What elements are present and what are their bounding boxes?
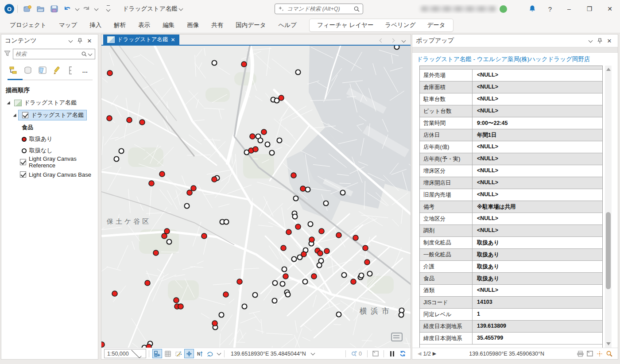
map-point-white[interactable] — [114, 157, 119, 162]
map-point-red[interactable] — [363, 245, 368, 251]
save-project-button[interactable] — [47, 3, 61, 15]
map-point-white[interactable] — [242, 304, 247, 309]
tab-map[interactable]: マップ — [53, 19, 83, 32]
pin-icon[interactable] — [75, 36, 85, 45]
map-point-red[interactable] — [162, 233, 167, 239]
map-point-red[interactable] — [146, 344, 151, 348]
north-arrow-button[interactable]: N — [195, 349, 205, 358]
tab-feature-layer[interactable]: フィーチャ レイヤー — [311, 19, 379, 31]
map-point-white[interactable] — [337, 312, 341, 317]
map-point-white[interactable] — [212, 61, 217, 66]
map-point-red[interactable] — [107, 70, 112, 76]
redo-dropdown-caret[interactable] — [94, 6, 99, 11]
edit-sketch-button[interactable] — [174, 349, 183, 358]
map-point-white[interactable] — [167, 240, 172, 244]
dynamic-constraints-button[interactable] — [184, 349, 194, 358]
map-point-white[interactable] — [303, 279, 308, 284]
map-canvas[interactable]: 保土ケ谷区 横浜市 — [101, 46, 411, 348]
layer-visibility-checkbox[interactable] — [22, 112, 28, 118]
restore-button[interactable]: ❐ — [579, 0, 600, 18]
tab-share[interactable]: 共有 — [205, 19, 229, 32]
tab-labeling[interactable]: ラベリング — [379, 19, 421, 31]
scrollbar-thumb[interactable] — [606, 212, 611, 290]
grid-toggle-button[interactable] — [163, 349, 173, 358]
map-point-white[interactable] — [273, 281, 278, 286]
vertical-scrollbar[interactable] — [605, 66, 612, 348]
map-point-white[interactable] — [286, 292, 291, 297]
map-point-red[interactable] — [324, 248, 329, 254]
map-point-red[interactable] — [202, 233, 207, 239]
map-point-white[interactable] — [119, 149, 124, 154]
undo-button[interactable] — [61, 3, 74, 15]
map-point-white[interactable] — [296, 70, 301, 75]
close-pane-icon[interactable]: ✕ — [604, 36, 614, 45]
map-point-red[interactable] — [353, 235, 358, 240]
list-by-drawing-order-button[interactable] — [8, 65, 20, 76]
tree-basemap-base[interactable]: Light Gray Canvas Base — [1, 169, 98, 180]
map-point-red[interactable] — [250, 134, 255, 139]
tab-data[interactable]: データ — [422, 19, 451, 31]
snapping-toggle-button[interactable] — [152, 349, 162, 358]
minimize-button[interactable]: – — [559, 0, 579, 18]
map-point-white[interactable] — [224, 220, 229, 225]
map-point-white[interactable] — [270, 151, 275, 155]
quick-access-customize-button[interactable] — [101, 3, 115, 15]
list-by-selection-button[interactable] — [36, 65, 49, 76]
tab-project[interactable]: プロジェクト — [4, 19, 53, 32]
scroll-up-icon[interactable] — [606, 68, 611, 71]
zoom-to-feature-button[interactable] — [604, 349, 614, 358]
map-point-red[interactable] — [283, 274, 288, 279]
pane-options-caret[interactable] — [585, 36, 595, 45]
command-search-input[interactable]: コマンド検索 (Alt+Q) — [275, 4, 363, 14]
account-info-redacted[interactable] — [416, 4, 508, 14]
map-point-white[interactable] — [306, 187, 310, 192]
layer-visibility-checkbox[interactable] — [20, 159, 26, 165]
map-point-white[interactable] — [272, 298, 277, 303]
map-point-white[interactable] — [395, 46, 399, 50]
refresh-button[interactable] — [398, 349, 407, 358]
map-point-red[interactable] — [187, 190, 192, 195]
previous-view-icon[interactable] — [380, 39, 384, 43]
map-point-red[interactable] — [286, 229, 291, 235]
map-point-white[interactable] — [219, 313, 224, 318]
map-point-red[interactable] — [241, 62, 247, 67]
map-point-white[interactable] — [308, 222, 313, 227]
map-point-red[interactable] — [237, 279, 242, 284]
next-view-icon[interactable] — [391, 39, 395, 43]
map-point-white[interactable] — [341, 190, 345, 195]
map-point-red[interactable] — [295, 224, 301, 229]
map-point-white[interactable] — [368, 271, 372, 276]
tree-map-node[interactable]: ドラッグストア名鑑 — [1, 97, 98, 108]
map-point-white[interactable] — [265, 142, 270, 147]
layer-visibility-checkbox[interactable] — [20, 171, 26, 178]
map-point-white[interactable] — [253, 293, 258, 298]
map-point-red[interactable] — [140, 120, 145, 125]
close-tab-icon[interactable]: ✕ — [171, 37, 175, 43]
map-point-white[interactable] — [280, 282, 285, 287]
map-point-white[interactable] — [342, 273, 347, 278]
map-point-red[interactable] — [318, 251, 323, 256]
tab-view[interactable]: 表示 — [132, 19, 156, 32]
undo-dropdown-caret[interactable] — [75, 6, 80, 11]
extent-indicator-button[interactable] — [371, 349, 380, 358]
map-point-red[interactable] — [159, 171, 165, 177]
map-point-red[interactable] — [212, 177, 217, 182]
basemap-attribution-icon[interactable] — [391, 333, 403, 341]
tree-basemap-reference[interactable]: Light Gray Canvas Reference — [1, 156, 98, 168]
open-project-button[interactable] — [34, 3, 47, 15]
map-point-red[interactable] — [281, 245, 286, 251]
map-point-red[interactable] — [309, 237, 314, 242]
pause-drawing-button[interactable] — [387, 349, 397, 358]
redo-button[interactable] — [80, 3, 93, 15]
tab-help[interactable]: ヘルプ — [272, 19, 303, 32]
scroll-down-icon[interactable] — [606, 342, 611, 345]
flash-feature-button[interactable] — [595, 349, 604, 358]
map-point-red[interactable] — [279, 95, 284, 101]
print-button[interactable] — [575, 349, 585, 358]
map-point-red[interactable] — [223, 292, 229, 297]
expand-collapse-icon[interactable] — [13, 114, 16, 117]
map-point-red[interactable] — [174, 298, 179, 303]
next-record-icon[interactable]: ▶ — [433, 351, 436, 356]
map-point-red[interactable] — [107, 116, 112, 121]
map-point-red[interactable] — [164, 228, 170, 234]
